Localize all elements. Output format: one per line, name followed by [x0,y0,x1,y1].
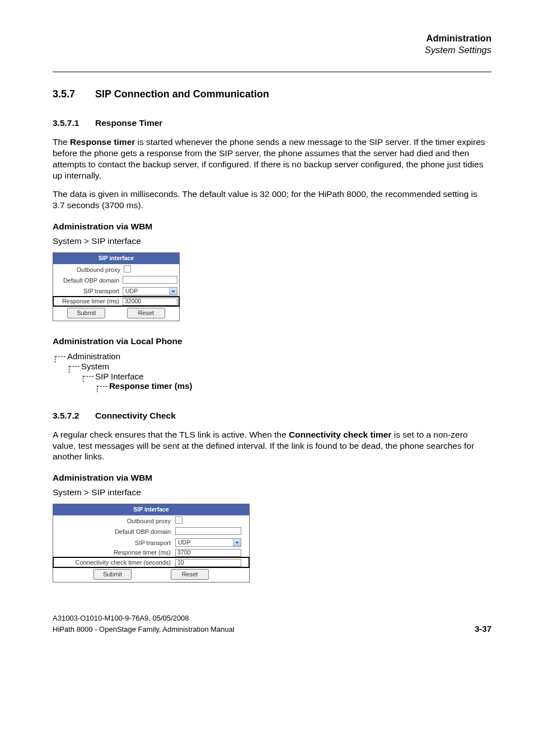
header-rule [53,72,491,72]
paragraph-connectivity-check: A regular check ensures that the TLS lin… [53,429,491,462]
section-3-5-7-2-heading: 3.5.7.2 Connectivity Check [53,410,491,421]
select-sip-transport[interactable]: UDP [123,287,177,295]
section-3-5-7-1-heading: 3.5.7.1 Response Timer [53,118,491,129]
row-connectivity-timer-highlighted: Connectivity check timer (seconds) 10 [53,557,249,567]
panel-title-2: SIP interface [53,504,249,515]
label-default-obp-2: Default OBP domain [53,528,175,536]
page-header-subtitle: System Settings [53,44,491,56]
tree-node-response-timer: Response timer (ms) [109,381,192,391]
breadcrumb-1: System > SIP interface [53,236,491,247]
panel-footer: Submit Reset [53,306,179,321]
subsection-title-text-2: Connectivity Check [95,410,176,421]
reset-button-2[interactable]: Reset [171,569,209,580]
sip-interface-panel-2: SIP interface Outbound proxy Default OBP… [53,504,250,583]
row-default-obp: Default OBP domain [53,275,179,286]
paragraph-response-timer-desc: The Response timer is started whenever t… [53,137,491,181]
input-response-timer[interactable]: 32000 [123,298,177,306]
panel-title: SIP interface [53,253,179,264]
reset-button[interactable]: Reset [127,308,165,318]
subsection-number: 3.5.7.1 [53,118,95,129]
tree-node-system: System [81,361,109,371]
chevron-down-icon [169,288,177,295]
footer-line-1: A31003-O1010-M100-9-76A9, 05/05/2008 [53,614,491,623]
label-connectivity-timer: Connectivity check timer (seconds) [53,558,175,566]
row-default-obp-2: Default OBP domain [53,526,249,537]
row-sip-transport-2: SIP transport UDP [53,537,249,547]
page-header-title: Administration [53,32,491,44]
section-3-5-7-heading: 3.5.7 SIP Connection and Communication [53,88,491,101]
input-connectivity-timer[interactable]: 10 [175,559,241,567]
row-outbound-proxy-2: Outbound proxy [53,515,249,526]
input-response-timer-2[interactable]: 3700 [175,549,241,557]
panel-footer-2: Submit Reset [53,567,249,582]
row-response-timer-2: Response timer (ms) 3700 [53,548,249,558]
footer-line-2: HiPath 8000 - OpenStage Family, Administ… [53,625,235,635]
row-outbound-proxy: Outbound proxy [53,264,179,275]
row-response-timer-highlighted: Response timer (ms) 32000 [53,297,179,307]
label-response-timer-2: Response timer (ms) [53,548,175,556]
menu-tree: Administration System SIP Interface Resp… [55,351,491,391]
label-response-timer: Response timer (ms) [53,297,123,305]
input-default-obp-2[interactable] [175,527,241,535]
checkbox-outbound-proxy-2[interactable] [175,516,182,524]
bold-phrase-connectivity: Connectivity check timer [289,430,391,439]
label-outbound-proxy: Outbound proxy [53,266,124,274]
select-sip-transport-value-2: UDP [178,539,190,546]
label-default-obp: Default OBP domain [53,276,123,284]
svg-marker-1 [235,542,239,544]
section-title-text: SIP Connection and Communication [95,88,269,101]
section-number: 3.5.7 [53,88,95,101]
submit-button[interactable]: Submit [67,308,105,318]
svg-marker-0 [171,290,175,293]
subheading-admin-wbm-2: Administration via WBM [53,472,491,483]
select-sip-transport-value: UDP [125,288,138,295]
subheading-admin-wbm-1: Administration via WBM [53,221,491,232]
subheading-admin-local: Administration via Local Phone [53,336,491,347]
breadcrumb-2: System > SIP interface [53,487,491,498]
label-outbound-proxy-2: Outbound proxy [53,517,175,525]
subsection-title-text: Response Timer [95,118,162,129]
input-default-obp[interactable] [123,276,177,284]
paragraph-response-timer-default: The data is given in milliseconds. The d… [53,189,491,211]
label-sip-transport-2: SIP transport [53,539,175,547]
submit-button-2[interactable]: Submit [93,569,132,580]
sip-interface-panel-1: SIP interface Outbound proxy Default OBP… [53,252,180,322]
tree-node-sip-interface: SIP Interface [95,372,143,381]
select-sip-transport-2[interactable]: UDP [175,538,241,547]
tree-node-administration: Administration [67,351,120,361]
chevron-down-icon [233,539,241,546]
checkbox-outbound-proxy[interactable] [124,265,131,273]
label-sip-transport: SIP transport [53,287,123,295]
row-sip-transport: SIP transport UDP [53,286,179,296]
page-number: 3-37 [475,623,491,635]
page-footer: A31003-O1010-M100-9-76A9, 05/05/2008 HiP… [53,614,491,634]
subsection-number-2: 3.5.7.2 [53,410,95,421]
bold-phrase-response-timer: Response timer [70,137,135,147]
